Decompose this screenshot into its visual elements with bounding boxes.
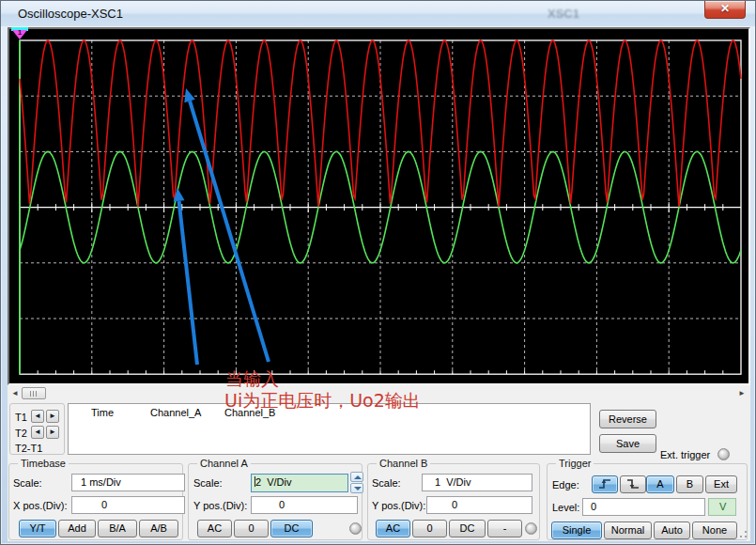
annotation-text-line2: Ui为正电压时，Uo2输出: [224, 390, 421, 411]
falling-edge-button[interactable]: [620, 475, 646, 493]
t2-t1-label: T2-T1: [15, 443, 42, 454]
channel-b-ypos-label: Y pos.(Div):: [372, 500, 425, 511]
scrollbar-right-icon[interactable]: ►: [736, 388, 748, 399]
channel-a-title: Channel A: [197, 458, 251, 469]
scope-screen: [9, 29, 748, 383]
channel-a-group: Channel A Scale: 2 V/Div Y pos.(Div): 0 …: [188, 463, 363, 540]
cursor-controls-group: T1 ◄ ► T2 ◄ ► T2-T1: [9, 403, 65, 455]
t2-right-button[interactable]: ►: [46, 426, 59, 439]
t1-cursor-marker-icon[interactable]: 1: [11, 27, 28, 41]
t1-cursor-number: 1: [11, 28, 28, 37]
scrollbar-left-icon[interactable]: ◄: [9, 388, 21, 399]
channel-b-dc-button[interactable]: DC: [449, 520, 486, 537]
scrollbar-grip-icon: [30, 391, 39, 397]
annotation-text-line1: 当输入: [225, 368, 279, 389]
trigger-edge-label: Edge:: [552, 479, 579, 490]
t2-left-button[interactable]: ◄: [31, 426, 44, 439]
window-title: Oscilloscope-XSC1: [18, 7, 123, 21]
rising-edge-button[interactable]: [592, 475, 618, 493]
trigger-none-button[interactable]: None: [692, 522, 737, 539]
t1-left-button[interactable]: ◄: [31, 410, 44, 423]
channel-b-group: Channel B Scale: 1 V/Div Y pos.(Div): 0 …: [367, 463, 540, 540]
trigger-auto-button[interactable]: Auto: [654, 522, 690, 539]
timebase-scale-label: Scale:: [13, 477, 42, 489]
spin-down-icon[interactable]: [350, 483, 363, 493]
trigger-normal-button[interactable]: Normal: [604, 522, 652, 539]
timebase-group: Timebase Scale: 1 ms/Div X pos.(Div): 0 …: [8, 463, 183, 540]
trigger-group: Trigger Edge: A B Ext Level: 0 V Single …: [547, 463, 748, 540]
channel-a-ac-button[interactable]: AC: [197, 520, 232, 537]
yt-mode-button[interactable]: Y/T: [19, 520, 56, 537]
cursor-readout-table: Time Channel_A Channel_B: [68, 403, 591, 455]
titlebar[interactable]: Oscilloscope-XSC1 XSC1 ✕: [1, 1, 755, 26]
ext-trigger-connector-icon[interactable]: [717, 448, 730, 460]
col-header-time: Time: [91, 407, 114, 418]
ab-mode-button[interactable]: A/B: [139, 520, 178, 537]
t2-label: T2: [15, 428, 27, 439]
channel-a-scale-field[interactable]: 2 V/Div: [251, 474, 348, 492]
channel-b-title: Channel B: [377, 458, 430, 469]
channel-b-minus-button[interactable]: -: [487, 520, 522, 537]
col-header-channel-a: Channel_A: [150, 407, 201, 418]
timebase-xpos-label: X pos.(Div):: [13, 500, 67, 511]
spin-up-icon[interactable]: [350, 472, 363, 482]
trigger-a-button[interactable]: A: [646, 475, 674, 493]
ba-mode-button[interactable]: B/A: [98, 520, 137, 537]
scrollbar-thumb[interactable]: [22, 387, 46, 399]
trigger-single-button[interactable]: Single: [551, 522, 602, 539]
trigger-level-field[interactable]: 0: [582, 498, 705, 516]
reverse-button[interactable]: Reverse: [599, 410, 656, 428]
trigger-level-unit-select[interactable]: V: [708, 498, 736, 516]
trigger-ext-button[interactable]: Ext: [705, 475, 737, 493]
channel-b-ac-button[interactable]: AC: [376, 520, 410, 537]
channel-a-ypos-label: Y pos.(Div):: [193, 500, 247, 511]
channel-a-connector-icon[interactable]: [349, 522, 362, 535]
channel-b-scale-field[interactable]: 1 V/Div: [422, 474, 532, 491]
t1-right-button[interactable]: ►: [46, 410, 59, 423]
channel-b-ypos-field[interactable]: 0: [426, 496, 532, 514]
trigger-b-button[interactable]: B: [676, 475, 703, 493]
schematic-watermark: XSC1: [548, 7, 579, 21]
channel-a-dc-button[interactable]: DC: [270, 520, 313, 537]
channel-a-zero-button[interactable]: 0: [234, 520, 269, 537]
resize-grip[interactable]: [736, 527, 748, 539]
timebase-scale-field[interactable]: 1 ms/Div: [71, 474, 185, 491]
waveform-canvas: [9, 29, 748, 383]
scope-display: [8, 27, 750, 385]
channel-b-scale-label: Scale:: [372, 477, 401, 489]
ext-trigger-label: Ext. trigger: [660, 449, 710, 460]
timebase-title: Timebase: [18, 458, 69, 469]
save-button[interactable]: Save: [599, 434, 656, 453]
channel-a-ypos-field[interactable]: 0: [251, 496, 358, 514]
add-mode-button[interactable]: Add: [58, 520, 96, 537]
t1-label: T1: [15, 412, 27, 423]
falling-edge-icon: [625, 477, 640, 490]
timebase-xpos-field[interactable]: 0: [71, 496, 185, 514]
close-button[interactable]: ✕: [704, 1, 746, 19]
channel-b-connector-icon[interactable]: [525, 522, 537, 535]
channel-b-zero-button[interactable]: 0: [412, 520, 447, 537]
channel-a-scale-spinner: [350, 472, 363, 494]
channel-a-scale-label: Scale:: [193, 477, 223, 489]
trigger-title: Trigger: [556, 458, 594, 469]
oscilloscope-window: Oscilloscope-XSC1 XSC1 ✕ 1 ◄ ► T1 ◄ ► T2…: [0, 0, 756, 545]
rising-edge-icon: [597, 477, 612, 490]
trigger-level-label: Level:: [552, 502, 579, 513]
